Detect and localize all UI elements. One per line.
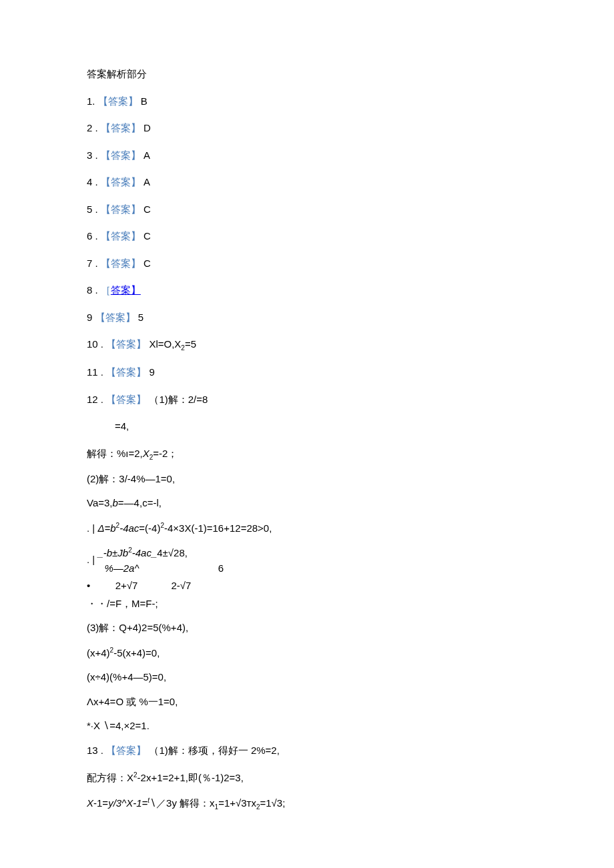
answer-item-13: 13 . 【答案】 （1)解：移项，得好一 2%=2,	[87, 743, 527, 759]
answer-number: 7 .	[87, 258, 98, 269]
text: (x+4)	[87, 647, 110, 659]
answer-item-10: 10 . 【答案】 Xl=O,X2=5	[87, 337, 527, 353]
text: -4ac	[119, 522, 139, 534]
document-page: 答案解析部分 1. 【答案】 B 2 . 【答案】 D 3 . 【答案】 A 4…	[0, 0, 614, 868]
text: -2x+1=2+1,即(％-1)2=3,	[137, 772, 244, 783]
answer-number: 6 .	[87, 230, 98, 242]
solution-line: 配方得：X2-2x+1=2+1,即(％-1)2=3,	[87, 770, 527, 786]
answer-value: （1)解：2/=8	[149, 394, 208, 405]
answer-value: 5	[138, 312, 143, 323]
text: %—2a^	[104, 562, 139, 574]
text: 6	[218, 562, 224, 574]
answer-value: C	[143, 230, 151, 242]
text: ∖=4,×2=1.	[103, 720, 149, 731]
answer-label: 【答案】	[101, 230, 141, 242]
text: =(-4)	[139, 522, 160, 534]
solution-line: ・・/=F，M=F-;	[87, 596, 527, 612]
solution-line: =4,	[87, 419, 527, 434]
answer-label: 【答案】	[106, 745, 146, 756]
answer-value: 9	[149, 366, 154, 378]
text: 4±√28	[157, 547, 185, 558]
answer-label-open: ［	[101, 284, 111, 296]
answer-number: 13 .	[87, 745, 103, 756]
solution-line: (x+4)2-5(x+4)=0,	[87, 645, 527, 661]
section-heading: 答案解析部分	[87, 67, 527, 82]
text: *·X	[87, 720, 100, 731]
answer-label: 【答案】	[95, 312, 135, 323]
answer-value: C	[143, 203, 151, 215]
text: =—4,c=-l,	[118, 497, 162, 508]
answer-item-1: 1. 【答案】 B	[87, 94, 527, 109]
text: 解得：%ı=2,	[87, 448, 143, 459]
answer-number: 2 .	[87, 122, 98, 133]
text: -1=	[93, 797, 108, 809]
answer-item-11: 11 . 【答案】 9	[87, 365, 527, 380]
answer-value: B	[141, 95, 147, 107]
answer-item-6: 6 . 【答案】 C	[87, 229, 527, 244]
answer-label: 【答案】	[101, 258, 141, 269]
answer-item-8: 8 . ［答案】	[87, 283, 527, 298]
text: _-b±Jb	[97, 547, 128, 558]
solution-line: . | Δ=b2-4ac=(-4)2-4×3X(-1)=16+12=28>0,	[87, 520, 527, 536]
solution-line: (x÷4)(%+4—5)=0,	[87, 670, 527, 685]
answer-label-link[interactable]: 答案】	[111, 284, 141, 296]
answer-label: 【答案】	[106, 394, 146, 405]
text: Δ=b	[97, 522, 115, 534]
answer-item-7: 7 . 【答案】 C	[87, 256, 527, 272]
solution-line: 解得：%ı=2,X2=-2；	[87, 446, 527, 462]
answer-value: A	[143, 176, 150, 187]
text: b	[113, 497, 118, 508]
solution-line: (3)解：Q+4)2=5(%+4),	[87, 620, 527, 636]
text: =1√3;	[260, 797, 286, 809]
solution-line: Va=3,b=—4,c=-l,	[87, 496, 527, 511]
answer-value: A	[143, 149, 150, 161]
answer-item-5: 5 . 【答案】 C	[87, 202, 527, 218]
answer-number: 9	[87, 312, 92, 323]
answer-number: 10 .	[87, 338, 103, 350]
text: Xl=O,X	[149, 338, 181, 350]
text: -5(x+4)=0,	[113, 647, 160, 659]
answer-number: 5 .	[87, 203, 98, 215]
answer-number: 12 .	[87, 394, 103, 405]
answer-value: Xl=O,X2=5	[149, 338, 196, 350]
answer-number: 8 .	[87, 284, 101, 296]
text: -4ac_	[132, 547, 158, 558]
text: X	[143, 448, 149, 459]
answer-value: C	[143, 258, 151, 269]
answer-number: 1.	[87, 95, 95, 107]
solution-line: • 2+√7 2-√7	[87, 578, 527, 594]
answer-item-12: 12 . 【答案】 （1)解：2/=8	[87, 392, 527, 408]
answer-label: 【答案】	[101, 176, 141, 187]
text: Va=3,	[87, 497, 113, 508]
answer-number: 11 .	[87, 366, 103, 378]
solution-line: *·X ∖=4,×2=1.	[87, 719, 527, 734]
answer-number: 3 .	[87, 149, 98, 161]
solution-line: X-1=y/3^X-1=t∖／3y 解得：x1=1+√3тx2=1√3;	[87, 795, 527, 812]
solution-line: (2)解：3/-4%—1=0,	[87, 472, 527, 487]
solution-line: Λx+4=O 或 %一1=0,	[87, 695, 527, 710]
answer-label: 【答案】	[101, 122, 141, 133]
answer-label: 【答案】	[101, 149, 141, 161]
text: 解得：x	[180, 797, 215, 809]
answer-label: 【答案】	[98, 95, 138, 107]
answer-label: 【答案】	[106, 366, 146, 378]
solution-fraction: . | _-b±Jb2-4ac_4±√28, %—2a^ 6	[87, 545, 527, 576]
text: . |	[87, 522, 95, 534]
answer-label: 【答案】	[106, 338, 146, 350]
text: 配方得：X	[87, 772, 133, 783]
answer-number: 4 .	[87, 176, 98, 187]
text: . |	[87, 554, 95, 565]
text: ∖／3y	[149, 797, 177, 809]
text: X	[87, 797, 93, 809]
answer-label: 【答案】	[101, 203, 141, 215]
answer-item-2: 2 . 【答案】 D	[87, 121, 527, 136]
text: -4×3X(-1)=16+12=28>0,	[164, 522, 272, 534]
answer-item-9: 9 【答案】 5	[87, 310, 527, 326]
answer-value: D	[143, 122, 151, 133]
answer-item-4: 4 . 【答案】 A	[87, 175, 527, 190]
answer-item-3: 3 . 【答案】 A	[87, 148, 527, 163]
text: =1+√3тx	[218, 797, 256, 809]
text: =-2；	[153, 448, 178, 459]
text: =5	[185, 338, 196, 350]
answer-value: （1)解：移项，得好一 2%=2,	[149, 745, 279, 756]
